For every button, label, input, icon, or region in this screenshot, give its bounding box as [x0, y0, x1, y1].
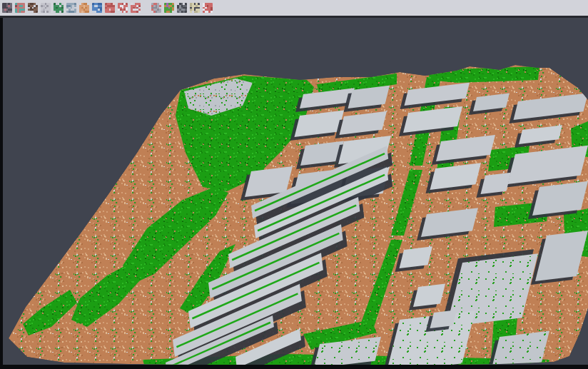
window-edge-bottom [0, 365, 588, 369]
toolbar-group-2 [149, 3, 213, 13]
orthomosaic-icon[interactable] [79, 3, 89, 13]
filter-icon[interactable] [151, 3, 161, 13]
dense-cloud-icon[interactable] [2, 3, 12, 13]
building-roof [430, 310, 457, 328]
labels-icon[interactable] [190, 3, 200, 13]
mesh-icon[interactable] [28, 3, 38, 13]
texture-icon[interactable] [66, 3, 76, 13]
marker-icon[interactable] [118, 3, 128, 13]
report-icon[interactable] [105, 3, 115, 13]
terrain-model[interactable] [9, 65, 588, 365]
region-select-icon[interactable] [131, 3, 141, 13]
measure-icon[interactable] [203, 3, 213, 13]
vegetation-patch [428, 66, 539, 83]
classify-points-icon[interactable] [15, 3, 25, 13]
shaded-view-icon[interactable] [177, 3, 187, 13]
sparse-cloud-icon[interactable] [41, 3, 51, 13]
toolbar [0, 0, 588, 18]
scene-svg [0, 18, 588, 365]
application-window: { "window": { "toolbar": { "bg": "#d2d3d… [0, 0, 588, 369]
dem-icon[interactable] [54, 3, 64, 13]
classification-colors-icon[interactable] [164, 3, 174, 13]
model-globe-icon[interactable] [92, 3, 102, 13]
toolbar-group-1 [0, 3, 141, 13]
viewport-3d[interactable] [0, 18, 588, 365]
window-edge-left [0, 18, 3, 369]
